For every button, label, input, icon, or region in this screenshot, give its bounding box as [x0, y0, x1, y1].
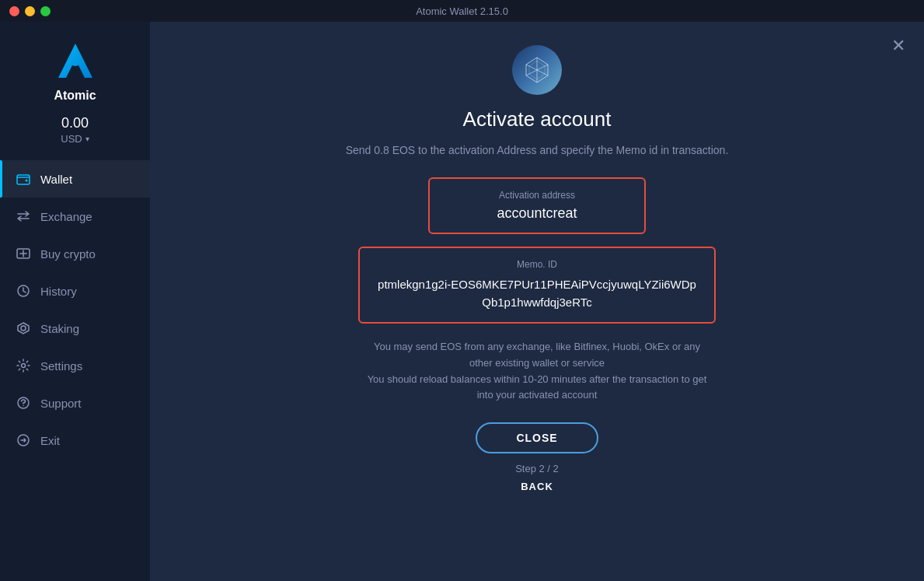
- svg-point-0: [70, 55, 81, 66]
- settings-icon: [16, 358, 31, 373]
- svg-marker-5: [18, 323, 29, 334]
- svg-point-2: [26, 180, 28, 182]
- atomic-logo-icon: [52, 37, 99, 84]
- exchange-icon: [16, 208, 31, 224]
- memo-value: ptmlekgn1g2i-EOS6MKE7PUr11PHEAiPVccjyuwq…: [375, 276, 699, 311]
- activation-address-box: Activation address accountcreat: [428, 177, 646, 234]
- title-bar: Atomic Wallet 2.15.0: [0, 0, 924, 22]
- modal-title: Activate account: [463, 107, 612, 131]
- sidebar-item-staking[interactable]: Staking: [0, 310, 150, 347]
- sidebar-item-exit[interactable]: Exit: [0, 422, 150, 459]
- sidebar-item-wallet[interactable]: Wallet: [0, 160, 150, 198]
- logo-container: Atomic: [52, 37, 99, 103]
- app-body: Atomic 0.00 USD ▾ Wallet: [0, 22, 924, 581]
- eos-coin-avatar: [512, 45, 562, 95]
- sidebar-item-exit-label: Exit: [40, 434, 60, 447]
- activation-address-value: accountcreat: [445, 205, 629, 222]
- sidebar-item-settings[interactable]: Settings: [0, 347, 150, 384]
- sidebar: Atomic 0.00 USD ▾ Wallet: [0, 22, 150, 581]
- exit-icon: [16, 432, 31, 448]
- currency-label: USD: [61, 133, 82, 145]
- back-link[interactable]: BACK: [521, 481, 553, 492]
- eos-logo-svg: [521, 54, 553, 86]
- sidebar-item-exchange-label: Exchange: [40, 210, 92, 223]
- currency-selector[interactable]: USD ▾: [61, 133, 89, 145]
- sidebar-item-support-label: Support: [40, 397, 82, 410]
- sidebar-item-history-label: History: [40, 285, 77, 298]
- info-text-2: You should reload balances within 10-20 …: [368, 373, 707, 401]
- sidebar-item-history[interactable]: History: [0, 272, 150, 310]
- memo-box: Memo. ID ptmlekgn1g2i-EOS6MKE7PUr11PHEAi…: [358, 247, 716, 324]
- svg-point-6: [21, 326, 26, 331]
- activation-address-label: Activation address: [445, 190, 629, 201]
- info-text-1: You may send EOS from any exchange, like…: [374, 341, 700, 369]
- app-title: Atomic Wallet 2.15.0: [416, 5, 508, 17]
- main-content: ✕ Activate account Send 0.8 EOS to the a…: [150, 22, 924, 581]
- minimize-traffic-light[interactable]: [25, 6, 35, 16]
- sidebar-item-buy-crypto-label: Buy crypto: [40, 247, 96, 261]
- svg-rect-1: [17, 175, 30, 184]
- sidebar-item-buy-crypto[interactable]: Buy crypto: [0, 235, 150, 272]
- sidebar-item-support[interactable]: Support: [0, 384, 150, 422]
- svg-point-9: [23, 405, 24, 407]
- sidebar-item-staking-label: Staking: [40, 322, 79, 335]
- support-icon: [16, 395, 31, 411]
- info-text-container: You may send EOS from any exchange, like…: [362, 339, 712, 404]
- maximize-traffic-light[interactable]: [40, 6, 51, 16]
- sidebar-item-exchange[interactable]: Exchange: [0, 198, 150, 235]
- logo-name: Atomic: [54, 89, 96, 103]
- staking-icon: [16, 320, 31, 336]
- sidebar-nav: Wallet Exchange: [0, 160, 150, 459]
- buy-crypto-icon: [16, 246, 31, 261]
- memo-label: Memo. ID: [375, 259, 699, 270]
- sidebar-item-wallet-label: Wallet: [40, 173, 72, 186]
- traffic-lights: [9, 6, 51, 16]
- modal-subtitle: Send 0.8 EOS to the activation Address a…: [346, 142, 729, 159]
- balance-amount: 0.00: [61, 115, 89, 131]
- close-button[interactable]: CLOSE: [476, 422, 598, 453]
- modal-close-icon[interactable]: ✕: [891, 37, 905, 54]
- wallet-icon: [16, 171, 31, 187]
- svg-point-7: [22, 364, 26, 368]
- close-traffic-light[interactable]: [9, 6, 19, 16]
- currency-arrow-icon: ▾: [85, 135, 89, 143]
- sidebar-item-settings-label: Settings: [40, 359, 82, 373]
- step-indicator: Step 2 / 2: [515, 463, 559, 474]
- history-icon: [16, 283, 31, 299]
